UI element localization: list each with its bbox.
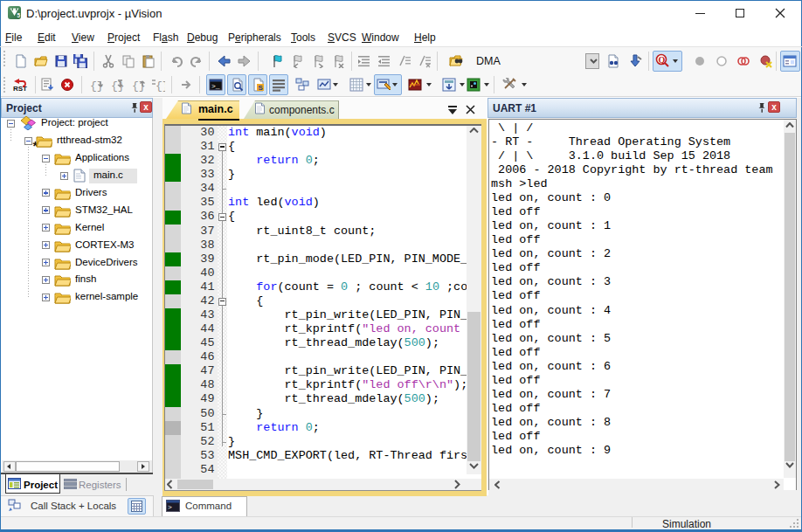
svg-text:5: 5: [17, 12, 21, 18]
svg-text:Q: Q: [659, 55, 666, 65]
svg-text:>: >: [168, 503, 172, 511]
svg-text:S: S: [259, 84, 264, 92]
svg-text:{}: {}: [156, 79, 165, 92]
svg-text:>_: >_: [211, 82, 220, 90]
